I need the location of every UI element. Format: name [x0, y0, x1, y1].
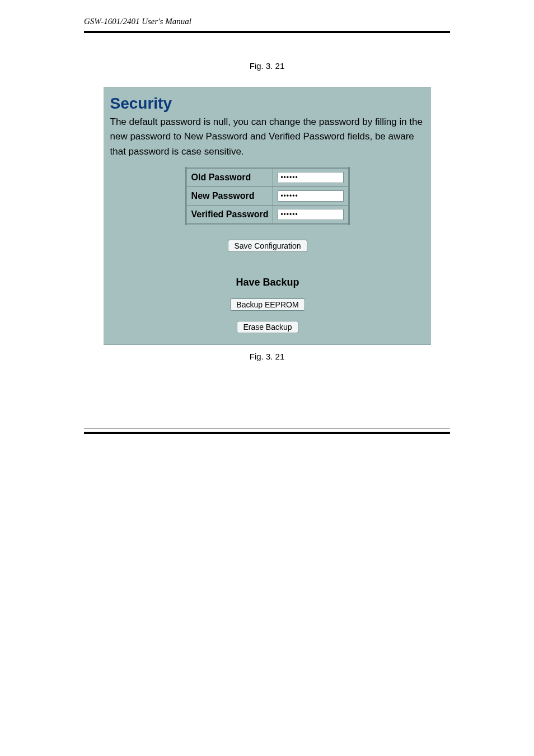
backup-heading: Have Backup	[110, 277, 425, 288]
page-number: - 36 -	[84, 434, 450, 449]
erase-backup-button[interactable]: Erase Backup	[237, 321, 298, 333]
security-title: Security	[110, 95, 425, 113]
page-footer: - 36 -	[0, 428, 534, 471]
password-table: Old Password •••••• New Password ••••••	[185, 167, 350, 225]
page: GSW-1601/2401 User's Manual Fig. 3. 21 S…	[0, 0, 534, 471]
security-screenshot: Security The default password is null, y…	[104, 87, 431, 345]
row-old-password: Old Password ••••••	[186, 168, 349, 187]
new-password-label: New Password	[186, 187, 273, 206]
old-password-label: Old Password	[186, 168, 273, 187]
password-table-wrap: Old Password •••••• New Password ••••••	[110, 167, 425, 225]
verified-password-input[interactable]: ••••••	[278, 209, 344, 220]
page-content: Fig. 3. 21 Security The default password…	[0, 33, 534, 428]
verified-password-label: Verified Password	[186, 206, 273, 225]
erase-backup-row: Erase Backup	[110, 321, 425, 333]
caption-top: Fig. 3. 21	[84, 61, 450, 71]
old-password-input[interactable]: ••••••	[278, 172, 344, 183]
old-password-cell: ••••••	[273, 168, 349, 187]
row-new-password: New Password ••••••	[186, 187, 349, 206]
save-configuration-button[interactable]: Save Configuration	[228, 240, 307, 252]
page-header: GSW-1601/2401 User's Manual	[0, 0, 534, 31]
new-password-input[interactable]: ••••••	[278, 190, 344, 202]
save-row: Save Configuration	[110, 240, 425, 252]
body-paragraph: To change the password, type the "Old Pa…	[84, 379, 450, 405]
new-password-cell: ••••••	[273, 187, 349, 206]
verified-password-cell: ••••••	[273, 206, 349, 225]
backup-eeprom-button[interactable]: Backup EEPROM	[230, 298, 305, 311]
security-description: The default password is null, you can ch…	[110, 115, 425, 159]
caption-below: Fig. 3. 21	[84, 352, 450, 361]
header-title: GSW-1601/2401 User's Manual	[84, 17, 450, 26]
security-screenshot-inner: Security The default password is null, y…	[104, 88, 431, 344]
row-verified-password: Verified Password ••••••	[186, 206, 349, 225]
backup-eeprom-row: Backup EEPROM	[110, 298, 425, 311]
